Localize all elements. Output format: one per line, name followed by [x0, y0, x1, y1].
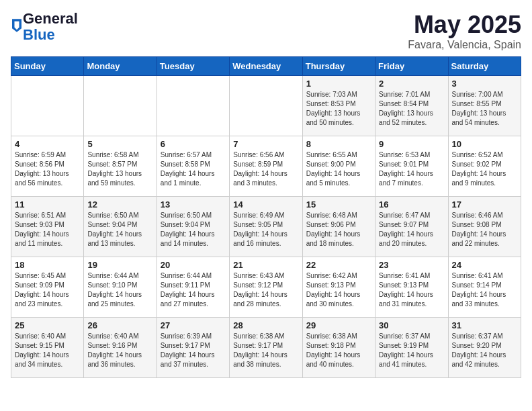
calendar-cell: 3Sunrise: 7:00 AM Sunset: 8:55 PM Daylig…	[448, 76, 521, 136]
calendar-cell: 27Sunrise: 6:39 AM Sunset: 9:17 PM Dayli…	[157, 318, 229, 378]
day-number: 9	[379, 139, 444, 149]
day-number: 1	[306, 79, 371, 89]
day-number: 7	[233, 139, 298, 149]
weekday-header-row: SundayMondayTuesdayWednesdayThursdayFrid…	[11, 57, 521, 76]
day-number: 6	[161, 139, 226, 149]
calendar-table: SundayMondayTuesdayWednesdayThursdayFrid…	[11, 56, 521, 378]
calendar-cell: 12Sunrise: 6:50 AM Sunset: 9:04 PM Dayli…	[84, 197, 157, 257]
calendar-cell: 15Sunrise: 6:48 AM Sunset: 9:06 PM Dayli…	[302, 197, 375, 257]
day-number: 27	[161, 320, 226, 330]
weekday-header-monday: Monday	[84, 57, 157, 76]
cell-info: Sunrise: 6:58 AM Sunset: 8:57 PM Dayligh…	[87, 150, 152, 188]
cell-info: Sunrise: 6:48 AM Sunset: 9:06 PM Dayligh…	[306, 211, 371, 248]
day-number: 25	[15, 320, 80, 330]
calendar-cell: 24Sunrise: 6:41 AM Sunset: 9:14 PM Dayli…	[448, 257, 521, 318]
cell-info: Sunrise: 6:49 AM Sunset: 9:05 PM Dayligh…	[233, 211, 298, 248]
calendar-cell	[157, 76, 229, 136]
calendar-cell: 4Sunrise: 6:59 AM Sunset: 8:56 PM Daylig…	[11, 136, 84, 197]
calendar-cell: 2Sunrise: 7:01 AM Sunset: 8:54 PM Daylig…	[375, 76, 448, 136]
cell-info: Sunrise: 6:52 AM Sunset: 9:02 PM Dayligh…	[452, 150, 517, 188]
day-number: 29	[306, 320, 371, 330]
calendar-cell: 20Sunrise: 6:44 AM Sunset: 9:11 PM Dayli…	[157, 257, 229, 318]
day-number: 24	[452, 260, 517, 270]
title-block: May 2025 Favara, Valencia, Spain	[408, 11, 521, 51]
cell-info: Sunrise: 6:47 AM Sunset: 9:07 PM Dayligh…	[379, 211, 444, 248]
day-number: 11	[15, 199, 80, 210]
week-row-1: 1Sunrise: 7:03 AM Sunset: 8:53 PM Daylig…	[11, 76, 521, 136]
day-number: 31	[452, 320, 517, 330]
day-number: 16	[379, 199, 444, 210]
calendar-cell: 6Sunrise: 6:57 AM Sunset: 8:58 PM Daylig…	[157, 136, 229, 197]
weekday-header-friday: Friday	[375, 57, 448, 76]
cell-info: Sunrise: 6:42 AM Sunset: 9:13 PM Dayligh…	[306, 271, 371, 309]
cell-info: Sunrise: 6:38 AM Sunset: 9:17 PM Dayligh…	[233, 332, 298, 369]
calendar-cell: 19Sunrise: 6:44 AM Sunset: 9:10 PM Dayli…	[84, 257, 157, 318]
logo-blue: Blue	[23, 26, 55, 43]
cell-info: Sunrise: 6:44 AM Sunset: 9:10 PM Dayligh…	[87, 271, 152, 309]
cell-info: Sunrise: 6:40 AM Sunset: 9:16 PM Dayligh…	[87, 332, 152, 369]
calendar-cell: 25Sunrise: 6:40 AM Sunset: 9:15 PM Dayli…	[11, 318, 84, 378]
calendar-cell: 18Sunrise: 6:45 AM Sunset: 9:09 PM Dayli…	[11, 257, 84, 318]
cell-info: Sunrise: 6:44 AM Sunset: 9:11 PM Dayligh…	[161, 271, 226, 309]
day-number: 17	[452, 199, 517, 210]
week-row-3: 11Sunrise: 6:51 AM Sunset: 9:03 PM Dayli…	[11, 197, 521, 257]
calendar-cell: 28Sunrise: 6:38 AM Sunset: 9:17 PM Dayli…	[230, 318, 302, 378]
cell-info: Sunrise: 6:45 AM Sunset: 9:09 PM Dayligh…	[15, 271, 80, 309]
cell-info: Sunrise: 6:53 AM Sunset: 9:01 PM Dayligh…	[379, 150, 444, 188]
cell-info: Sunrise: 6:40 AM Sunset: 9:15 PM Dayligh…	[15, 332, 80, 369]
calendar-cell: 10Sunrise: 6:52 AM Sunset: 9:02 PM Dayli…	[448, 136, 521, 197]
cell-info: Sunrise: 6:57 AM Sunset: 8:58 PM Dayligh…	[161, 150, 226, 188]
logo-general: General	[23, 10, 78, 27]
cell-info: Sunrise: 6:41 AM Sunset: 9:14 PM Dayligh…	[452, 271, 517, 309]
calendar-cell	[230, 76, 302, 136]
calendar-cell: 22Sunrise: 6:42 AM Sunset: 9:13 PM Dayli…	[302, 257, 375, 318]
week-row-5: 25Sunrise: 6:40 AM Sunset: 9:15 PM Dayli…	[11, 318, 521, 378]
calendar-cell: 21Sunrise: 6:43 AM Sunset: 9:12 PM Dayli…	[230, 257, 302, 318]
logo-icon	[12, 19, 21, 32]
day-number: 4	[15, 139, 80, 149]
day-number: 21	[233, 260, 298, 270]
logo-text: General Blue	[23, 11, 78, 43]
calendar-cell: 29Sunrise: 6:38 AM Sunset: 9:18 PM Dayli…	[302, 318, 375, 378]
day-number: 3	[452, 79, 517, 89]
day-number: 28	[233, 320, 298, 330]
page-header: General Blue May 2025 Favara, Valencia, …	[11, 11, 521, 51]
calendar-cell: 8Sunrise: 6:55 AM Sunset: 9:00 PM Daylig…	[302, 136, 375, 197]
cell-info: Sunrise: 7:01 AM Sunset: 8:54 PM Dayligh…	[379, 90, 444, 128]
calendar-cell: 16Sunrise: 6:47 AM Sunset: 9:07 PM Dayli…	[375, 197, 448, 257]
weekday-header-wednesday: Wednesday	[230, 57, 302, 76]
day-number: 12	[87, 199, 152, 210]
calendar-cell: 31Sunrise: 6:37 AM Sunset: 9:20 PM Dayli…	[448, 318, 521, 378]
day-number: 23	[379, 260, 444, 270]
day-number: 14	[233, 199, 298, 210]
day-number: 2	[379, 79, 444, 89]
weekday-header-saturday: Saturday	[448, 57, 521, 76]
week-row-2: 4Sunrise: 6:59 AM Sunset: 8:56 PM Daylig…	[11, 136, 521, 197]
day-number: 5	[87, 139, 152, 149]
calendar-cell: 17Sunrise: 6:46 AM Sunset: 9:08 PM Dayli…	[448, 197, 521, 257]
month-title: May 2025	[408, 11, 521, 39]
calendar-cell: 14Sunrise: 6:49 AM Sunset: 9:05 PM Dayli…	[230, 197, 302, 257]
cell-info: Sunrise: 6:39 AM Sunset: 9:17 PM Dayligh…	[161, 332, 226, 369]
calendar-body: 1Sunrise: 7:03 AM Sunset: 8:53 PM Daylig…	[11, 76, 521, 378]
calendar-cell: 1Sunrise: 7:03 AM Sunset: 8:53 PM Daylig…	[302, 76, 375, 136]
calendar-cell: 30Sunrise: 6:37 AM Sunset: 9:19 PM Dayli…	[375, 318, 448, 378]
cell-info: Sunrise: 6:43 AM Sunset: 9:12 PM Dayligh…	[233, 271, 298, 309]
day-number: 8	[306, 139, 371, 149]
weekday-header-thursday: Thursday	[302, 57, 375, 76]
calendar-cell: 9Sunrise: 6:53 AM Sunset: 9:01 PM Daylig…	[375, 136, 448, 197]
cell-info: Sunrise: 6:41 AM Sunset: 9:13 PM Dayligh…	[379, 271, 444, 309]
calendar-cell: 7Sunrise: 6:56 AM Sunset: 8:59 PM Daylig…	[230, 136, 302, 197]
day-number: 22	[306, 260, 371, 270]
cell-info: Sunrise: 7:03 AM Sunset: 8:53 PM Dayligh…	[306, 90, 371, 128]
weekday-header-sunday: Sunday	[11, 57, 84, 76]
logo: General Blue	[11, 11, 78, 43]
cell-info: Sunrise: 6:38 AM Sunset: 9:18 PM Dayligh…	[306, 332, 371, 369]
calendar-cell	[84, 76, 157, 136]
calendar-cell: 5Sunrise: 6:58 AM Sunset: 8:57 PM Daylig…	[84, 136, 157, 197]
cell-info: Sunrise: 6:46 AM Sunset: 9:08 PM Dayligh…	[452, 211, 517, 248]
location: Favara, Valencia, Spain	[408, 39, 521, 51]
day-number: 20	[161, 260, 226, 270]
cell-info: Sunrise: 6:55 AM Sunset: 9:00 PM Dayligh…	[306, 150, 371, 188]
day-number: 18	[15, 260, 80, 270]
